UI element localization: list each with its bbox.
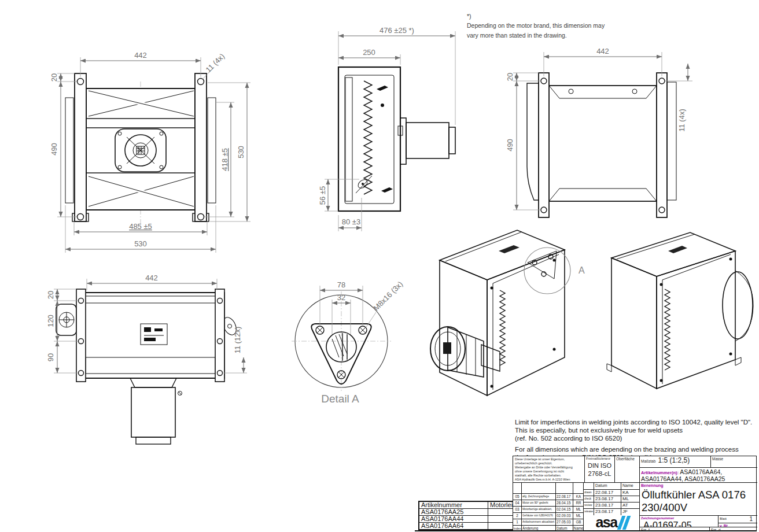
dim-side-250: 250 bbox=[363, 48, 375, 57]
weld-line2: This is especially, but not exclusively … bbox=[515, 426, 752, 434]
dim-detail-32: 32 bbox=[337, 293, 345, 302]
detail-a-view: 78 32 M8x16 (3x) Detail A bbox=[282, 276, 412, 407]
dim-front-485: 485 ±5 bbox=[129, 222, 152, 231]
masse-label: Masse bbox=[711, 456, 757, 461]
note-star: *) bbox=[467, 12, 605, 21]
dim-top-120: 120 bbox=[46, 315, 55, 327]
iso1-callout: A bbox=[524, 247, 585, 294]
dim-side-56: 56 ±5 bbox=[318, 186, 327, 205]
detail-a-label: Detail A bbox=[321, 393, 359, 405]
dim-rear-20: 20 bbox=[506, 73, 514, 81]
dim-rear-holes: 11 (4x) bbox=[677, 109, 686, 132]
freimass-l2: 2768-cL bbox=[585, 470, 614, 478]
front-view-geometry bbox=[65, 73, 216, 226]
artikel-2: ASA0176AA44 bbox=[419, 516, 488, 523]
iso2-geometry bbox=[607, 232, 753, 389]
property-note: Diese Unterlage ist unser Eigentum, urhe… bbox=[513, 456, 585, 483]
surface-cell: Oberfläche bbox=[615, 456, 640, 483]
massstab-label: Maßstab bbox=[640, 459, 657, 464]
revision-table: 05 allg. Zeichnungspflege 22.08.17 KA 04… bbox=[513, 483, 584, 531]
massstab-value: 1:5 (1:2,5) bbox=[658, 456, 690, 464]
dim-detail-78: 78 bbox=[337, 280, 345, 289]
dim-front-20: 20 bbox=[50, 73, 58, 82]
dim-front-442: 442 bbox=[134, 51, 147, 60]
benennung-label: Benennung bbox=[640, 483, 757, 488]
weld-line3: (ref. No. 502 according to ISO 6520) bbox=[515, 434, 752, 442]
dim-front-530r: 530 bbox=[237, 146, 245, 158]
name-header: Name bbox=[621, 483, 640, 489]
sheet-cell: Blatt 1 bbox=[719, 515, 757, 523]
part-name-line1: Ölluftkühler ASA 0176 bbox=[642, 489, 756, 501]
dim-front-418: 418 ±5 bbox=[220, 148, 229, 171]
dim-side-476: 476 ±25 *) bbox=[380, 26, 414, 35]
prop-l5: statthaft, alle Rechte vorbehalten. bbox=[515, 474, 583, 478]
mass-cell: Masse bbox=[711, 456, 757, 468]
oberflaeche-label: Oberfläche bbox=[615, 456, 639, 461]
sheet-bottom-rule bbox=[415, 530, 757, 531]
benennung-cell: Benennung Ölluftkühler ASA 0176 230/400V bbox=[640, 483, 757, 515]
title-block: Diese Unterlage ist unser Eigentum, urhe… bbox=[513, 456, 757, 531]
note-line2: vary more than stated in the drawing. bbox=[467, 31, 605, 40]
prop-l1: Diese Unterlage ist unser Eigentum, bbox=[515, 457, 583, 461]
top-view-geometry bbox=[56, 289, 239, 444]
note-line1: Depending on the motor brand, this dimen… bbox=[467, 21, 605, 30]
dim-rear-490: 490 bbox=[506, 139, 514, 152]
dim-detail-thread: M8x16 (3x) bbox=[372, 280, 405, 313]
iso-view-rear bbox=[581, 215, 755, 409]
blatt-value: 1 bbox=[749, 516, 757, 522]
artikel-1: ASA0176AA25 bbox=[419, 509, 488, 516]
drawing-number-value: A-01697-05 bbox=[640, 520, 718, 527]
dim-rear-442: 442 bbox=[596, 47, 609, 56]
top-view: 442 20 120 90 11 (12x) bbox=[43, 271, 263, 451]
artikel-3: ASA0176AA64 bbox=[419, 523, 488, 530]
drawing-sheet: *) Depending on the motor brand, this di… bbox=[0, 0, 759, 532]
freimass-l1: DIN ISO bbox=[585, 462, 614, 470]
dim-front-530b: 530 bbox=[134, 239, 147, 248]
revision-empty-row bbox=[513, 483, 584, 493]
prop-l2: urheberrechtlich geschützt. bbox=[515, 461, 583, 466]
approvals-header: Datum Name bbox=[584, 483, 640, 489]
weld-line1: Limit for imperfections in welding joint… bbox=[515, 418, 752, 426]
iso-view-front: A bbox=[412, 204, 585, 409]
prop-l3: Weitergabe an Dritte oder Vervielfältigu… bbox=[515, 466, 583, 470]
part-name-line2: 230/400V bbox=[642, 501, 756, 514]
tolerance-cell: Freimaßtoleranz DIN ISO 2768-cL bbox=[585, 456, 615, 483]
dim-top-90: 90 bbox=[46, 353, 55, 361]
dim-top-442: 442 bbox=[145, 274, 158, 282]
asa-logo-text: asa bbox=[595, 515, 617, 530]
dim-side-80: 80 ±3 bbox=[342, 217, 360, 226]
rear-view-geometry bbox=[527, 73, 676, 217]
dim-front-holes: 11 (4x) bbox=[204, 52, 227, 75]
dim-top-20: 20 bbox=[46, 291, 55, 299]
dim-top-holes: 11 (12x) bbox=[233, 327, 242, 354]
zeichnungsnummer-label: Zeichnungsnummer bbox=[640, 516, 718, 520]
col-artikelnummer: Artikelnummer bbox=[419, 501, 488, 509]
tol-line1: For all dimensions which are depending o… bbox=[515, 445, 752, 453]
welding-notes: Limit for imperfections in welding joint… bbox=[515, 418, 752, 461]
prop-l4: ohne unsere Genehmigung ist nicht bbox=[515, 470, 583, 474]
iso1-geometry bbox=[430, 230, 565, 396]
prop-l6: ASA Hydraulik Ges.m.b.H. A-1210 Wien bbox=[515, 478, 583, 482]
dim-front-490: 490 bbox=[50, 143, 58, 156]
artikelnummern-label: Artikelnummer(n): bbox=[641, 470, 679, 475]
drawing-number-cell: Zeichnungsnummer A-01697-05 bbox=[640, 515, 719, 527]
vbt-cell: v. Bt. bbox=[719, 523, 757, 527]
asa-logo: asa bbox=[584, 515, 640, 530]
front-view: 442 20 490 11 (4x) 418 ±5 530 485 ±5 530 bbox=[49, 49, 259, 262]
scale-cell: Maßstab 1:5 (1:2,5) bbox=[640, 456, 711, 468]
rear-view: 442 20 490 11 (4x) bbox=[506, 45, 700, 221]
blatt-label: Blatt bbox=[719, 516, 728, 521]
article-numbers-cell: Artikelnummer(n): ASA0176AA64, ASA0176AA… bbox=[640, 468, 757, 483]
motor-brand-note: *) Depending on the motor brand, this di… bbox=[467, 12, 605, 40]
datum-header: Datum bbox=[594, 483, 621, 489]
freimass-label: Freimaßtoleranz bbox=[585, 456, 614, 461]
side-view-geometry bbox=[338, 67, 455, 211]
